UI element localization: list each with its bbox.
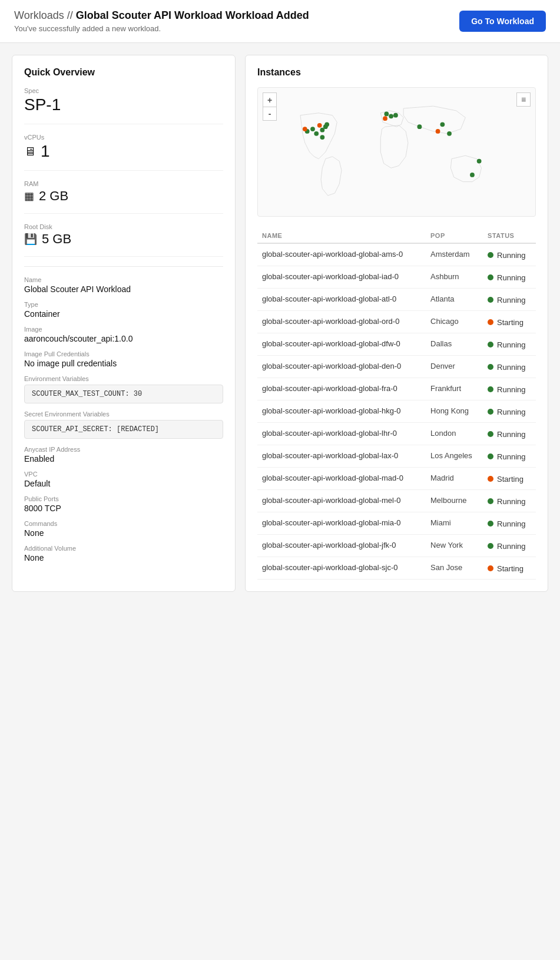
map-dot-australia2: [477, 159, 482, 164]
instance-status-cell: Starting: [483, 468, 536, 490]
status-dot: [488, 543, 493, 549]
vpc-label: VPC: [24, 471, 223, 478]
table-header-row: NAME POP STATUS: [257, 229, 536, 243]
table-row: global-scouter-api-workload-global-fra-0…: [257, 378, 536, 400]
instance-status-cell: Running: [483, 266, 536, 289]
anycast-value: Enabled: [24, 454, 223, 464]
instance-name-cell: global-scouter-api-workload-global-mia-0: [257, 512, 426, 535]
instance-status-cell: Running: [483, 535, 536, 557]
instance-pop-cell: New York: [426, 535, 483, 557]
map-dot-melbourne: [470, 173, 475, 177]
map-zoom-in-button[interactable]: +: [263, 92, 277, 107]
instance-name-cell: global-scouter-api-workload-global-den-0: [257, 356, 426, 378]
quick-overview-panel: Quick Overview Spec SP-1 vCPUs 🖥 1 RAM ▦…: [12, 55, 236, 592]
map-zoom-out-button[interactable]: -: [263, 107, 277, 121]
env-vars-value: SCOUTER_MAX_TEST_COUNT: 30: [24, 385, 223, 403]
instance-status-cell: Running: [483, 445, 536, 468]
name-value: Global Scouter API Workload: [24, 284, 223, 294]
table-row: global-scouter-api-workload-global-lax-0…: [257, 445, 536, 468]
ram-value: ▦ 2 GB: [24, 188, 223, 204]
go-to-workload-button[interactable]: Go To Workload: [459, 11, 546, 32]
vcpus-label: vCPUs: [24, 134, 223, 141]
image-section: Image aaroncouch/scouter_api:1.0.0: [24, 326, 223, 343]
image-pull-value: No image pull credentials: [24, 359, 223, 368]
status-text: Starting: [497, 564, 523, 573]
status-dot: [488, 297, 493, 303]
instance-status-cell: Running: [483, 378, 536, 400]
instances-panel: Instances + - ≡: [245, 55, 548, 592]
instance-status-cell: Running: [483, 512, 536, 535]
table-row: global-scouter-api-workload-global-ams-0…: [257, 243, 536, 266]
status-dot: [488, 476, 493, 482]
table-row: global-scouter-api-workload-global-atl-0…: [257, 289, 536, 311]
anycast-section: Anycast IP Address Enabled: [24, 446, 223, 464]
map-dot-asia3: [436, 129, 440, 134]
map-dot-newyork: [324, 122, 329, 127]
instance-status-cell: Running: [483, 490, 536, 512]
secret-env-label: Secret Environment Variables: [24, 411, 223, 418]
image-label: Image: [24, 326, 223, 333]
status-dot: [488, 319, 493, 325]
instance-pop-cell: San Jose: [426, 557, 483, 580]
instance-status-cell: Running: [483, 289, 536, 311]
table-row: global-scouter-api-workload-global-mad-0…: [257, 468, 536, 490]
status-text: Running: [497, 251, 525, 260]
secret-env-value: SCOUTER_API_SECRET: [REDACTED]: [24, 420, 223, 439]
type-value: Container: [24, 309, 223, 319]
vcpus-value: 🖥 1: [24, 142, 223, 161]
root-disk-label: Root Disk: [24, 223, 223, 230]
instance-status-cell: Running: [483, 333, 536, 356]
status-dot: [488, 342, 493, 347]
instance-name-cell: global-scouter-api-workload-global-lhr-0: [257, 423, 426, 445]
ram-text: 2 GB: [39, 188, 68, 204]
instances-title: Instances: [257, 67, 536, 78]
instance-name-cell: global-scouter-api-workload-global-jfk-0: [257, 535, 426, 557]
status-text: Running: [497, 340, 525, 349]
instance-pop-cell: Miami: [426, 512, 483, 535]
ports-section: Public Ports 8000 TCP: [24, 495, 223, 513]
breadcrumb-prefix: Workloads //: [14, 9, 76, 21]
instance-pop-cell: Denver: [426, 356, 483, 378]
type-label: Type: [24, 301, 223, 308]
status-text: Running: [497, 519, 525, 528]
map-dot-atlanta: [320, 128, 324, 133]
map-zoom-controls: + -: [263, 92, 277, 121]
disk-icon: 💾: [24, 233, 37, 246]
world-map: + - ≡: [257, 87, 536, 217]
map-dot-amsterdam: [389, 114, 393, 118]
map-dot-madrid: [383, 116, 387, 121]
image-pull-section: Image Pull Credentials No image pull cre…: [24, 350, 223, 368]
page-header: Workloads // Global Scouter API Workload…: [0, 0, 560, 43]
instance-pop-cell: Atlanta: [426, 289, 483, 311]
instance-pop-cell: Frankfurt: [426, 378, 483, 400]
main-content: Quick Overview Spec SP-1 vCPUs 🖥 1 RAM ▦…: [0, 43, 560, 604]
type-section: Type Container: [24, 301, 223, 319]
ports-value: 8000 TCP: [24, 504, 223, 513]
root-disk-text: 5 GB: [42, 231, 71, 247]
status-text: Running: [497, 497, 525, 506]
additional-volume-label: Additional Volume: [24, 545, 223, 552]
root-disk-section: Root Disk 💾 5 GB: [24, 223, 223, 257]
additional-volume-section: Additional Volume None: [24, 545, 223, 562]
instance-name-cell: global-scouter-api-workload-global-atl-0: [257, 289, 426, 311]
additional-volume-value: None: [24, 553, 223, 562]
map-dot-london: [384, 111, 389, 116]
commands-value: None: [24, 528, 223, 538]
instance-name-cell: global-scouter-api-workload-global-fra-0: [257, 378, 426, 400]
map-menu-button[interactable]: ≡: [516, 92, 531, 107]
status-dot: [488, 364, 493, 370]
header-left: Workloads // Global Scouter API Workload…: [14, 9, 309, 33]
vcpus-text: 1: [41, 142, 50, 161]
cpu-icon: 🖥: [24, 145, 36, 158]
image-pull-label: Image Pull Credentials: [24, 350, 223, 357]
status-dot: [488, 565, 493, 571]
status-text: Starting: [497, 475, 523, 484]
env-vars-label: Environment Variables: [24, 375, 223, 382]
vcpus-section: vCPUs 🖥 1: [24, 134, 223, 171]
status-dot: [488, 409, 493, 415]
spec-text: SP-1: [24, 95, 61, 114]
instance-name-cell: global-scouter-api-workload-global-mel-0: [257, 490, 426, 512]
instance-pop-cell: London: [426, 423, 483, 445]
status-dot: [488, 431, 493, 437]
instance-status-cell: Running: [483, 423, 536, 445]
